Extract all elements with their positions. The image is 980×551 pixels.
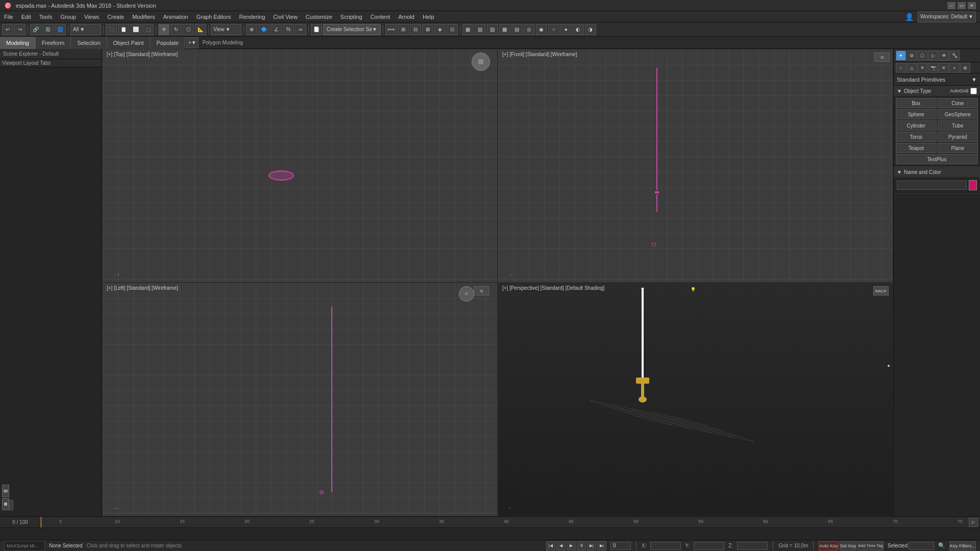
layer-btn2[interactable]: ▧ [475, 24, 486, 35]
menu-views[interactable]: Views [80, 11, 103, 22]
align-button[interactable]: ⊞ [398, 24, 409, 35]
object-name-input[interactable] [897, 181, 967, 190]
prim-tube-button[interactable]: Tube [938, 120, 978, 131]
selection-filter-dropdown[interactable]: All ▼ [70, 24, 101, 35]
maxscript-label[interactable]: MAXScript Mi... [4, 541, 45, 551]
search-icon[interactable]: 🔍 [938, 542, 945, 549]
motion-tab-icon[interactable]: ▷ [928, 51, 938, 61]
name-color-header[interactable]: ▼ Name and Color [894, 167, 980, 177]
view-dropdown[interactable]: View ▼ [211, 24, 241, 35]
spinner-snap-button[interactable]: ∞ [295, 24, 306, 35]
tab-modeling[interactable]: Modeling [0, 37, 36, 49]
align-options[interactable]: ⊟ [410, 24, 421, 35]
layer-btn10[interactable]: ◐ [573, 24, 584, 35]
stop-button[interactable]: ⏸ [577, 541, 586, 550]
small-icon-1[interactable] [2, 485, 9, 497]
create-selection-button[interactable]: Create Selection Se ▼ [323, 24, 381, 35]
unlink-button[interactable]: ⛓ [42, 24, 54, 35]
object-type-header[interactable]: ▼ Object Type AutoGrid [894, 86, 980, 96]
menu-file[interactable]: File [0, 11, 17, 22]
y-coord-input[interactable] [694, 542, 724, 550]
viewport-left[interactable]: [+] [Left] [Standard] [Wireframe] ⊞ ⊡ →↑ [102, 283, 498, 516]
autogrid-checkbox[interactable] [970, 88, 977, 94]
minimize-button[interactable]: ─ [947, 2, 955, 9]
menu-edit[interactable]: Edit [17, 11, 35, 22]
select-by-name-button[interactable]: 📋 [118, 24, 129, 35]
menu-civil-view[interactable]: Civil View [269, 11, 301, 22]
prim-teapot-button[interactable]: Teapot [896, 143, 937, 153]
prim-box-button[interactable]: Box [896, 98, 937, 108]
place-highlight[interactable]: ◈ [434, 24, 446, 35]
left-nav-circle[interactable]: ⊡ [459, 286, 474, 302]
prev-frame-button[interactable]: ◀ [556, 541, 566, 550]
go-end-button[interactable]: ▶| [597, 541, 606, 550]
menu-rendering[interactable]: Rendering [235, 11, 270, 22]
tab-populate[interactable]: Populate [150, 37, 185, 49]
prim-plane-button[interactable]: Plane [938, 143, 978, 153]
key-filters-button[interactable]: Key Filters... [949, 541, 976, 550]
utilities-tab-icon[interactable]: 🔧 [949, 51, 960, 61]
layer-btn4[interactable]: ▩ [499, 24, 510, 35]
isolate-sel-button[interactable]: ⊡ [447, 24, 458, 35]
menu-modifiers[interactable]: Modifiers [128, 11, 159, 22]
workspace-dropdown[interactable]: Workspaces: Default ▼ [918, 11, 976, 22]
rp-icon-systems[interactable]: ⊕ [960, 63, 970, 73]
play-button[interactable]: ▶ [567, 541, 576, 550]
menu-group[interactable]: Group [56, 11, 80, 22]
menu-arnold[interactable]: Arnold [394, 11, 419, 22]
timeline-track[interactable]: 5 10 15 20 25 30 35 40 45 50 55 60 65 70… [41, 517, 967, 528]
rp-icon-space[interactable]: ≈ [949, 63, 960, 73]
menu-graph-editors[interactable]: Graph Editors [192, 11, 235, 22]
select-move-button[interactable]: ✛ [158, 24, 169, 35]
select-scale-button[interactable]: ⬡ [183, 24, 194, 35]
create-tab-icon[interactable]: ✦ [896, 51, 906, 61]
go-start-button[interactable]: |◀ [546, 541, 555, 550]
prim-pyramid-button[interactable]: Pyramid [938, 132, 978, 142]
layer-btn8[interactable]: ○ [548, 24, 559, 35]
left-nav-btn[interactable]: ⊞ [474, 286, 489, 295]
use-pivot-button[interactable]: ⊕ [246, 24, 257, 35]
ref-coord-dropdown[interactable]: 📐 [195, 24, 206, 35]
rp-icon-sphere[interactable]: ○ [896, 63, 906, 73]
menu-scripting[interactable]: Scripting [336, 11, 366, 22]
prim-cylinder-button[interactable]: Cylinder [896, 120, 937, 131]
modify-tab-icon[interactable]: ⚙ [906, 51, 917, 61]
viewport-perspective[interactable]: [+] [Perspective] [Standard] [Default Sh… [498, 283, 893, 516]
bind-to-space-warp[interactable]: 🌀 [55, 24, 66, 35]
auto-key-button[interactable]: Auto Key [819, 541, 839, 550]
angle-snap-button[interactable]: ∠ [271, 24, 282, 35]
tab-selection[interactable]: Selection [71, 37, 107, 49]
small-icon-2[interactable] [2, 498, 9, 510]
layer-btn11[interactable]: ◑ [585, 24, 596, 35]
mirror-button[interactable]: ⟺ [385, 24, 397, 35]
selected-input[interactable] [909, 542, 934, 550]
tab-object-paint[interactable]: Object Paint [107, 37, 151, 49]
layer-btn7[interactable]: ◉ [536, 24, 547, 35]
display-tab-icon[interactable]: 👁 [939, 51, 949, 61]
x-coord-input[interactable] [650, 542, 681, 550]
tab-freeform[interactable]: Freeform [36, 37, 71, 49]
next-frame-button[interactable]: ▶| [587, 541, 596, 550]
menu-content[interactable]: Content [366, 11, 395, 22]
menu-help[interactable]: Help [419, 11, 438, 22]
viewport-top-nav[interactable] [472, 53, 492, 73]
prim-cone-button[interactable]: Cone [938, 98, 978, 108]
prim-sphere-button[interactable]: Sphere [896, 109, 937, 119]
nav-gizmo-top[interactable] [472, 53, 490, 71]
layer-btn3[interactable]: ▨ [487, 24, 498, 35]
color-swatch[interactable] [969, 180, 977, 190]
undo-button[interactable]: ↩ [2, 24, 13, 35]
link-button[interactable]: 🔗 [30, 24, 41, 35]
viewport-left-nav[interactable]: ⊞ [474, 286, 494, 307]
prim-torus-button[interactable]: Torus [896, 132, 937, 142]
normal-align-button[interactable]: ⊠ [422, 24, 433, 35]
redo-button[interactable]: ↪ [14, 24, 26, 35]
menu-customize[interactable]: Customize [302, 11, 336, 22]
current-frame-input[interactable] [610, 542, 631, 550]
prim-geosphere-button[interactable]: GeoSphere [938, 109, 978, 119]
hierarchy-tab-icon[interactable]: ⬡ [917, 51, 927, 61]
layer-btn1[interactable]: ▦ [462, 24, 474, 35]
rp-icon-camera[interactable]: 📷 [928, 63, 938, 73]
timeline-bar[interactable]: 0 / 100 5 10 15 20 25 30 35 40 45 50 55 … [0, 517, 980, 528]
edit-named-sel-button[interactable]: 📑 [311, 24, 322, 35]
